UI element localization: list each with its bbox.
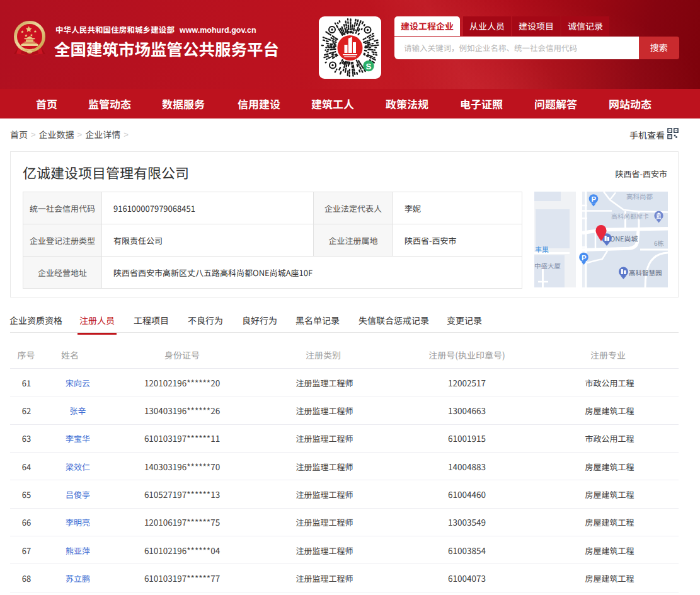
svg-text:P: P: [582, 254, 587, 262]
svg-text:ONE尚城: ONE尚城: [610, 233, 638, 243]
svg-text:P: P: [592, 195, 597, 203]
svg-text:高科尚都: 高科尚都: [626, 192, 653, 201]
svg-text:中盛大厦: 中盛大厦: [534, 261, 561, 270]
svg-text:高科尚都摩卡: 高科尚都摩卡: [611, 211, 649, 221]
svg-text:丰巢: 丰巢: [535, 244, 549, 254]
svg-text:高科智慧园: 高科智慧园: [629, 268, 662, 277]
svg-text:6栋: 6栋: [654, 238, 664, 248]
svg-text:S: S: [365, 62, 371, 71]
